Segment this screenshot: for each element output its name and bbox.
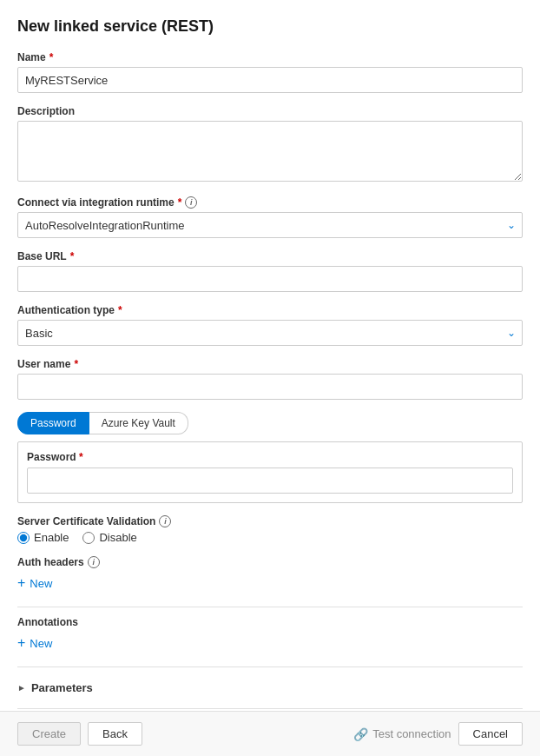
runtime-label: Connect via integration runtime * i bbox=[17, 196, 523, 209]
enable-radio[interactable] bbox=[17, 532, 30, 544]
password-tab-button[interactable]: Password bbox=[17, 412, 89, 434]
runtime-info-icon[interactable]: i bbox=[185, 196, 197, 209]
password-group: Password Azure Key Vault Password * bbox=[17, 412, 523, 503]
add-auth-header-plus-icon: + bbox=[17, 575, 25, 591]
back-button[interactable]: Back bbox=[88, 722, 142, 746]
username-input[interactable] bbox=[17, 374, 523, 400]
password-required: * bbox=[79, 451, 83, 463]
base-url-label: Base URL * bbox=[17, 250, 523, 262]
auth-headers-info-icon[interactable]: i bbox=[88, 556, 100, 568]
akv-tab-button[interactable]: Azure Key Vault bbox=[89, 412, 188, 434]
test-connection-button[interactable]: 🔗 Test connection bbox=[353, 727, 451, 741]
parameters-label: Parameters bbox=[31, 681, 93, 694]
annotations-label: Annotations bbox=[17, 616, 523, 628]
username-label: User name * bbox=[17, 358, 523, 370]
add-auth-header-button[interactable]: + New bbox=[17, 572, 52, 594]
add-annotation-button[interactable]: + New bbox=[17, 632, 52, 654]
runtime-select-wrapper: AutoResolveIntegrationRuntime ⌄ bbox=[17, 212, 523, 238]
test-connection-icon: 🔗 bbox=[353, 727, 368, 741]
auth-headers-group: Auth headers i + New bbox=[17, 556, 523, 594]
auth-type-label: Authentication type * bbox=[17, 304, 523, 316]
enable-radio-label[interactable]: Enable bbox=[17, 531, 69, 544]
server-cert-group: Server Certificate Validation i Enable D… bbox=[17, 515, 523, 544]
auth-type-required: * bbox=[118, 304, 122, 316]
parameters-section[interactable]: ► Parameters bbox=[17, 676, 523, 700]
name-label: Name * bbox=[17, 51, 523, 63]
server-cert-info-icon[interactable]: i bbox=[159, 515, 171, 527]
password-input[interactable] bbox=[27, 468, 513, 494]
server-cert-radio-group: Enable Disable bbox=[17, 531, 523, 544]
auth-headers-label: Auth headers i bbox=[17, 556, 523, 568]
auth-type-select-wrapper: Basic ⌄ bbox=[17, 320, 523, 346]
name-required: * bbox=[49, 51, 54, 63]
cancel-button[interactable]: Cancel bbox=[458, 722, 523, 746]
page-title: New linked service (REST) bbox=[17, 17, 523, 36]
runtime-required: * bbox=[178, 196, 182, 209]
description-input[interactable] bbox=[17, 121, 523, 182]
name-input[interactable] bbox=[17, 67, 523, 93]
username-group: User name * bbox=[17, 358, 523, 400]
divider-1 bbox=[17, 607, 523, 607]
password-toggle-group: Password Azure Key Vault bbox=[17, 412, 523, 434]
name-group: Name * bbox=[17, 51, 523, 93]
parameters-chevron-icon: ► bbox=[17, 683, 26, 693]
base-url-group: Base URL * bbox=[17, 250, 523, 292]
divider-3 bbox=[17, 708, 523, 709]
add-annotation-plus-icon: + bbox=[17, 635, 25, 651]
password-box: Password * bbox=[17, 441, 523, 503]
disable-radio[interactable] bbox=[82, 532, 95, 544]
description-label: Description bbox=[17, 105, 523, 117]
annotations-group: Annotations + New bbox=[17, 616, 523, 654]
password-field-label: Password * bbox=[27, 451, 513, 463]
username-required: * bbox=[74, 358, 78, 370]
base-url-input[interactable] bbox=[17, 266, 523, 292]
auth-type-select[interactable]: Basic bbox=[17, 320, 523, 346]
server-cert-label: Server Certificate Validation i bbox=[17, 515, 523, 527]
create-button[interactable]: Create bbox=[17, 722, 81, 746]
disable-radio-label[interactable]: Disable bbox=[82, 531, 136, 544]
runtime-group: Connect via integration runtime * i Auto… bbox=[17, 196, 523, 238]
base-url-required: * bbox=[70, 250, 75, 262]
auth-type-group: Authentication type * Basic ⌄ bbox=[17, 304, 523, 346]
divider-2 bbox=[17, 666, 523, 667]
runtime-select[interactable]: AutoResolveIntegrationRuntime bbox=[17, 212, 523, 238]
test-connection-label: Test connection bbox=[372, 727, 451, 740]
description-group: Description bbox=[17, 105, 523, 184]
footer-bar: Create Back 🔗 Test connection Cancel bbox=[0, 711, 540, 756]
